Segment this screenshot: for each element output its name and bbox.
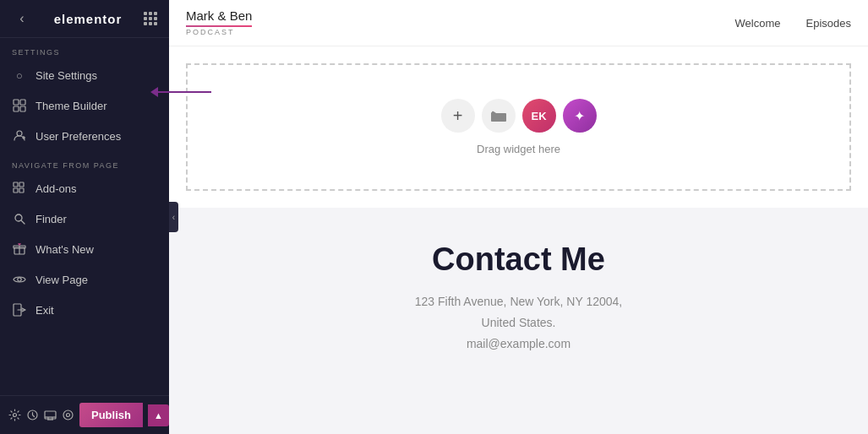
settings-icon[interactable] bbox=[8, 404, 21, 426]
grid-icon bbox=[12, 181, 27, 196]
address-line1: 123 Fifth Avenue, New York, NY 12004, bbox=[415, 295, 622, 308]
theme-builder-arrow bbox=[156, 91, 211, 93]
svg-rect-11 bbox=[19, 188, 24, 193]
svg-rect-1 bbox=[20, 100, 25, 105]
sidebar-item-label: Finder bbox=[35, 213, 67, 225]
contact-section: Contact Me 123 Fifth Avenue, New York, N… bbox=[169, 208, 868, 434]
brand-mark: Mark & Ben bbox=[186, 8, 252, 23]
sidebar-item-label: Theme Builder bbox=[35, 100, 107, 112]
brand-logo: Mark & Ben Podcast bbox=[186, 9, 252, 36]
sidebar-item-label: View Page bbox=[35, 274, 88, 286]
svg-point-5 bbox=[17, 131, 22, 136]
sidebar-item-label: Site Settings bbox=[35, 69, 97, 82]
drop-zone-label: Drag widget here bbox=[477, 143, 560, 155]
sidebar-item-whats-new[interactable]: What's New bbox=[0, 234, 169, 264]
history-icon[interactable] bbox=[26, 404, 39, 426]
responsive-icon[interactable] bbox=[44, 404, 57, 426]
nav-link-episodes[interactable]: Episodes bbox=[806, 17, 851, 30]
brand-name: Mark & Ben bbox=[186, 9, 252, 24]
sidebar-item-label: Exit bbox=[35, 304, 54, 317]
svg-rect-9 bbox=[19, 182, 24, 187]
svg-rect-2 bbox=[14, 106, 19, 111]
search-icon bbox=[12, 211, 27, 226]
collapse-handle[interactable]: ‹ bbox=[169, 202, 178, 232]
svg-point-28 bbox=[67, 414, 70, 417]
contact-address: 123 Fifth Avenue, New York, NY 12004, Un… bbox=[415, 291, 622, 355]
contact-title: Contact Me bbox=[432, 241, 605, 278]
brand-subtitle: Podcast bbox=[186, 28, 235, 36]
svg-rect-8 bbox=[14, 182, 18, 187]
svg-point-20 bbox=[14, 414, 17, 417]
theme-icon bbox=[12, 98, 27, 113]
publish-button[interactable]: Publish bbox=[79, 403, 143, 427]
top-nav: Mark & Ben Podcast Welcome Episodes bbox=[169, 0, 868, 46]
main-content: Mark & Ben Podcast Welcome Episodes + EK… bbox=[169, 0, 868, 434]
svg-point-27 bbox=[63, 410, 73, 420]
settings-section-label: SETTINGS bbox=[0, 38, 169, 60]
sidebar-item-user-preferences[interactable]: User Preferences bbox=[0, 121, 169, 151]
publish-caret-button[interactable]: ▲ bbox=[148, 404, 169, 426]
back-button[interactable]: ‹ bbox=[12, 8, 32, 29]
sidebar-item-label: What's New bbox=[35, 243, 94, 256]
globe-icon: ○ bbox=[12, 68, 27, 83]
svg-point-12 bbox=[15, 214, 22, 221]
preview-icon[interactable] bbox=[62, 404, 74, 426]
add-widget-icon[interactable]: + bbox=[441, 99, 475, 133]
ek-icon[interactable]: EK bbox=[522, 99, 556, 133]
sidebar: ‹ elementor SETTINGS ○ Site Settings The… bbox=[0, 0, 169, 434]
sparkle-icon[interactable]: ✦ bbox=[563, 99, 597, 133]
grid-menu-icon[interactable] bbox=[144, 12, 157, 25]
svg-rect-0 bbox=[14, 100, 19, 105]
contact-email: mail@example.com bbox=[467, 337, 570, 350]
gift-icon bbox=[12, 241, 27, 257]
address-line2: United States. bbox=[482, 316, 556, 329]
nav-links: Welcome Episodes bbox=[735, 17, 851, 30]
svg-rect-22 bbox=[45, 411, 56, 419]
sidebar-item-view-page[interactable]: View Page bbox=[0, 264, 169, 295]
exit-icon bbox=[12, 302, 27, 317]
sidebar-header: ‹ elementor bbox=[0, 0, 169, 38]
sidebar-item-theme-builder[interactable]: Theme Builder bbox=[0, 90, 169, 121]
sidebar-item-exit[interactable]: Exit bbox=[0, 295, 169, 325]
brand-underline bbox=[186, 25, 252, 27]
sidebar-item-add-ons[interactable]: Add-ons bbox=[0, 173, 169, 203]
sidebar-item-label: Add-ons bbox=[35, 182, 76, 195]
sidebar-item-label: User Preferences bbox=[35, 130, 121, 143]
nav-link-welcome[interactable]: Welcome bbox=[735, 17, 781, 30]
eye-icon bbox=[12, 272, 27, 287]
svg-line-13 bbox=[22, 221, 25, 225]
sidebar-item-site-settings[interactable]: ○ Site Settings bbox=[0, 60, 169, 90]
sidebar-logo: elementor bbox=[54, 12, 123, 26]
sidebar-item-finder[interactable]: Finder bbox=[0, 203, 169, 234]
drop-zone: + EK ✦ Drag widget here bbox=[186, 63, 851, 191]
svg-rect-3 bbox=[20, 106, 25, 111]
sidebar-bottom-toolbar: Publish ▲ bbox=[0, 395, 169, 434]
folder-icon[interactable] bbox=[482, 99, 516, 133]
svg-point-17 bbox=[18, 278, 21, 281]
user-prefs-icon bbox=[12, 128, 27, 144]
drop-zone-icons: + EK ✦ bbox=[441, 99, 597, 133]
navigate-section-label: NAVIGATE FROM PAGE bbox=[0, 151, 169, 173]
svg-rect-10 bbox=[14, 188, 18, 193]
